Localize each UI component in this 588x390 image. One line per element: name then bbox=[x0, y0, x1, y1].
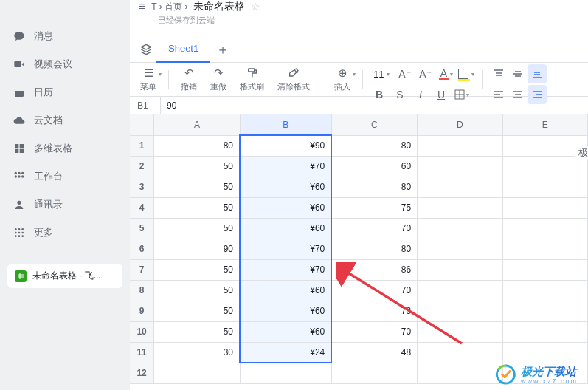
cell-D3[interactable] bbox=[418, 177, 502, 197]
column-header-D[interactable]: D bbox=[418, 114, 502, 135]
select-all-corner[interactable] bbox=[130, 114, 154, 135]
cell-A5[interactable]: 50 bbox=[154, 218, 240, 239]
font-size-decrease[interactable]: A⁻ bbox=[394, 64, 415, 83]
cell-A10[interactable]: 50 bbox=[154, 321, 240, 342]
cell-D10[interactable] bbox=[418, 321, 502, 342]
cell-E4[interactable] bbox=[502, 197, 587, 218]
star-icon[interactable]: ☆ bbox=[251, 1, 260, 13]
cell-C4[interactable]: 75 bbox=[331, 197, 417, 218]
hamburger-icon[interactable]: ≡ bbox=[139, 0, 145, 13]
cell-E9[interactable] bbox=[502, 301, 587, 321]
column-header-A[interactable]: A bbox=[154, 114, 240, 135]
row-header[interactable]: 3 bbox=[130, 177, 154, 197]
fill-color-button[interactable]: ▾ bbox=[456, 64, 477, 83]
cell-C8[interactable]: 70 bbox=[331, 280, 417, 301]
row-header[interactable]: 11 bbox=[130, 342, 154, 363]
column-header-C[interactable]: C bbox=[331, 114, 417, 135]
valign-bottom-button[interactable] bbox=[528, 64, 547, 83]
cell-A11[interactable]: 30 bbox=[154, 342, 240, 363]
cell-E11[interactable] bbox=[502, 342, 587, 363]
cell-E10[interactable] bbox=[502, 321, 587, 342]
redo-button[interactable]: ↷ 重做 bbox=[204, 65, 232, 94]
nav-item-workspace[interactable]: 工作台 bbox=[0, 162, 130, 191]
cell-B2[interactable]: ¥70 bbox=[240, 156, 331, 177]
valign-top-button[interactable] bbox=[489, 64, 508, 83]
nav-item-chat[interactable]: 消息 bbox=[0, 22, 130, 50]
row-header[interactable]: 12 bbox=[130, 363, 154, 383]
cell-A6[interactable]: 90 bbox=[154, 239, 240, 259]
cell-B12[interactable] bbox=[240, 363, 331, 383]
row-header[interactable]: 5 bbox=[130, 218, 154, 239]
cell-D4[interactable] bbox=[418, 197, 502, 218]
cell-reference[interactable]: B1 bbox=[130, 97, 161, 114]
cell-C9[interactable]: 73 bbox=[331, 301, 417, 321]
cell-B6[interactable]: ¥70 bbox=[240, 239, 331, 259]
font-color-button[interactable]: A▾ bbox=[435, 64, 456, 83]
cell-B11[interactable]: ¥24 bbox=[240, 342, 331, 363]
cell-C7[interactable]: 86 bbox=[331, 259, 417, 280]
cell-C2[interactable]: 60 bbox=[331, 156, 417, 177]
font-size-selector[interactable]: 11 ▾ bbox=[369, 69, 394, 80]
nav-item-video[interactable]: 视频会议 bbox=[0, 50, 130, 78]
row-header[interactable]: 8 bbox=[130, 280, 154, 301]
row-header[interactable]: 9 bbox=[130, 301, 154, 321]
spreadsheet-grid[interactable]: ABCDE 180¥9080250¥7060350¥6080450¥607555… bbox=[130, 114, 588, 390]
nav-item-more[interactable]: 更多 bbox=[0, 219, 130, 247]
document-title[interactable]: 未命名表格 bbox=[193, 0, 245, 13]
cell-C3[interactable]: 80 bbox=[331, 177, 417, 197]
cell-E7[interactable] bbox=[502, 259, 587, 280]
valign-mid-button[interactable] bbox=[508, 64, 528, 83]
open-document-tab[interactable]: 未命名表格 - 飞... bbox=[7, 264, 122, 288]
cell-D8[interactable] bbox=[418, 280, 502, 301]
cell-B1[interactable]: ¥90 bbox=[240, 135, 331, 156]
cell-A9[interactable]: 50 bbox=[154, 301, 240, 321]
nav-item-calendar[interactable]: 日历 bbox=[0, 78, 130, 106]
cell-C5[interactable]: 70 bbox=[331, 218, 417, 239]
cell-A7[interactable]: 50 bbox=[154, 259, 240, 280]
nav-item-contacts[interactable]: 通讯录 bbox=[0, 191, 130, 219]
column-header-B[interactable]: B bbox=[240, 114, 331, 135]
cell-A1[interactable]: 80 bbox=[154, 135, 240, 156]
cell-D1[interactable] bbox=[418, 135, 502, 156]
row-header[interactable]: 2 bbox=[130, 156, 154, 177]
cell-B5[interactable]: ¥60 bbox=[240, 218, 331, 239]
cell-D6[interactable] bbox=[418, 239, 502, 259]
cell-C6[interactable]: 80 bbox=[331, 239, 417, 259]
cell-E8[interactable] bbox=[502, 280, 587, 301]
format-painter-button[interactable]: 格式刷 bbox=[234, 65, 270, 94]
cell-D2[interactable] bbox=[418, 156, 502, 177]
cell-B9[interactable]: ¥60 bbox=[240, 301, 331, 321]
cell-D12[interactable] bbox=[418, 363, 502, 383]
row-header[interactable]: 10 bbox=[130, 321, 154, 342]
menu-button[interactable]: ☰ 菜单 ▾ bbox=[134, 65, 162, 94]
clear-format-button[interactable]: 清除格式 bbox=[271, 65, 316, 94]
cell-B10[interactable]: ¥60 bbox=[240, 321, 331, 342]
cell-B7[interactable]: ¥70 bbox=[240, 259, 331, 280]
cell-E3[interactable] bbox=[502, 177, 587, 197]
cell-C1[interactable]: 80 bbox=[331, 135, 417, 156]
cell-A2[interactable]: 50 bbox=[154, 156, 240, 177]
cell-B3[interactable]: ¥60 bbox=[240, 177, 331, 197]
cell-D5[interactable] bbox=[418, 218, 502, 239]
nav-item-multitable[interactable]: 多维表格 bbox=[0, 134, 130, 162]
sheet-tab-active[interactable]: Sheet1 bbox=[156, 36, 210, 63]
cell-C12[interactable] bbox=[331, 363, 417, 383]
cell-E6[interactable] bbox=[502, 239, 587, 259]
font-size-increase[interactable]: A⁺ bbox=[415, 64, 435, 83]
undo-button[interactable]: ↶ 撤销 bbox=[175, 65, 203, 94]
column-header-E[interactable]: E bbox=[502, 114, 587, 135]
cell-A4[interactable]: 50 bbox=[154, 197, 240, 218]
nav-item-clouddoc[interactable]: 云文档 bbox=[0, 106, 130, 134]
insert-button[interactable]: ⊕ 插入 ▾ bbox=[328, 65, 356, 94]
row-header[interactable]: 7 bbox=[130, 259, 154, 280]
cell-B8[interactable]: ¥60 bbox=[240, 280, 331, 301]
cell-C10[interactable]: 70 bbox=[331, 321, 417, 342]
cell-D11[interactable] bbox=[418, 342, 502, 363]
cell-value-display[interactable]: 90 bbox=[161, 100, 176, 111]
cell-D9[interactable] bbox=[418, 301, 502, 321]
row-header[interactable]: 6 bbox=[130, 239, 154, 259]
cell-A12[interactable] bbox=[154, 363, 240, 383]
row-header[interactable]: 1 bbox=[130, 135, 154, 156]
add-sheet-button[interactable]: ＋ bbox=[210, 41, 235, 58]
cell-A3[interactable]: 50 bbox=[154, 177, 240, 197]
